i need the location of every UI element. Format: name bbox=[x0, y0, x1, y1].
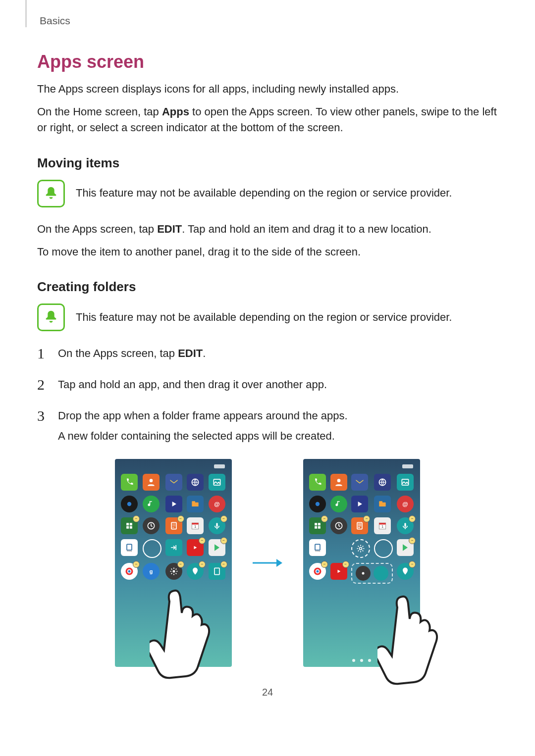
svg-text:@: @ bbox=[214, 501, 219, 507]
share-folder-icon bbox=[374, 566, 388, 581]
step-1: On the Apps screen, tap EDIT. bbox=[37, 345, 498, 365]
files-app-icon bbox=[187, 496, 204, 512]
theme-app-icon bbox=[374, 539, 393, 558]
email-app-icon: @ bbox=[397, 496, 414, 512]
svg-point-3 bbox=[127, 502, 131, 506]
step1-bold: EDIT bbox=[178, 347, 203, 359]
note-creating-folders: This feature may not be available depend… bbox=[37, 303, 498, 331]
moving-p1-post: . Tap and hold an item and drag it to a … bbox=[182, 223, 431, 235]
music-app-icon bbox=[330, 496, 347, 512]
notes-app-icon: − bbox=[351, 517, 368, 534]
google-app-icon: g bbox=[143, 563, 160, 580]
phone-app-icon bbox=[121, 474, 138, 491]
page-number: 24 bbox=[37, 687, 498, 698]
playstore-app-icon: − bbox=[209, 539, 225, 556]
share-app-icon bbox=[165, 539, 182, 556]
notes-app-icon: − bbox=[165, 517, 182, 534]
svg-rect-35 bbox=[315, 545, 320, 551]
svg-rect-27 bbox=[379, 502, 383, 503]
svg-point-0 bbox=[149, 479, 153, 483]
step3-text: Drop the app when a folder frame appears… bbox=[58, 407, 498, 424]
camera-app-icon bbox=[309, 496, 326, 512]
svg-text:Galaxy: Galaxy bbox=[127, 551, 132, 553]
youtube-app-icon: − bbox=[187, 539, 204, 556]
globe-app-icon bbox=[187, 474, 204, 491]
svg-text:1: 1 bbox=[381, 525, 383, 529]
docs-app-icon: − bbox=[209, 563, 225, 580]
note-text-creating: This feature may not be available depend… bbox=[76, 310, 452, 325]
svg-rect-24 bbox=[402, 480, 409, 486]
note-text-moving: This feature may not be available depend… bbox=[76, 186, 452, 201]
maps-app-icon: − bbox=[187, 563, 204, 580]
step-2: Tap and hold an app, and then drag it ov… bbox=[37, 376, 498, 397]
chrome-app-icon: − bbox=[309, 563, 326, 580]
settings-app-icon: − bbox=[165, 563, 182, 580]
gallery-app-icon bbox=[209, 474, 225, 491]
svg-point-22 bbox=[337, 479, 340, 483]
svg-point-25 bbox=[316, 502, 320, 506]
subheading-creating-folders: Creating folders bbox=[37, 279, 498, 295]
svg-rect-26 bbox=[379, 503, 386, 506]
hand-drag-icon bbox=[150, 582, 229, 681]
phone-after: @ − − 1 − Galaxy − − − − bbox=[303, 459, 420, 667]
galaxy-app-icon: Galaxy bbox=[309, 539, 326, 556]
maps-app-icon: − bbox=[397, 563, 414, 580]
calculator-app-icon: − bbox=[309, 517, 326, 534]
page-indicator-dots bbox=[303, 659, 420, 662]
moving-p1-bold: EDIT bbox=[157, 223, 182, 235]
clock-app-icon bbox=[330, 517, 347, 534]
phone-app-icon bbox=[309, 474, 326, 491]
intro2-pre: On the Home screen, tap bbox=[37, 105, 162, 118]
chrome-app-icon: − bbox=[121, 563, 138, 580]
contacts-app-icon bbox=[330, 474, 347, 491]
svg-text:1: 1 bbox=[194, 525, 196, 529]
svg-rect-12 bbox=[216, 523, 217, 527]
phone-before: @ − − 1 − Galaxy − − − g − − − bbox=[115, 459, 232, 667]
svg-point-41 bbox=[362, 572, 365, 575]
svg-text:g: g bbox=[149, 569, 153, 575]
hand-drop-icon bbox=[377, 588, 457, 687]
calendar-app-icon: 1 bbox=[374, 517, 391, 534]
svg-rect-13 bbox=[127, 545, 132, 551]
folder-frame bbox=[351, 563, 393, 584]
files-app-icon bbox=[374, 496, 391, 512]
settings-outline-icon bbox=[351, 539, 370, 558]
illustration-figures: @ − − 1 − Galaxy − − − g − − − bbox=[37, 459, 498, 667]
settings-app-icon bbox=[356, 566, 371, 581]
bell-icon bbox=[37, 303, 65, 331]
email-app-icon: @ bbox=[209, 496, 225, 512]
svg-text:Galaxy: Galaxy bbox=[315, 551, 321, 553]
intro2-bold: Apps bbox=[162, 105, 189, 118]
intro-paragraph-2: On the Home screen, tap Apps to open the… bbox=[37, 104, 498, 136]
svg-rect-5 bbox=[192, 502, 195, 503]
galaxy-app-icon: Galaxy bbox=[121, 539, 138, 556]
camera-app-icon bbox=[121, 496, 138, 512]
svg-text:@: @ bbox=[403, 501, 408, 507]
svg-rect-34 bbox=[405, 523, 406, 527]
voice-app-icon: − bbox=[209, 517, 225, 534]
theme-app-icon bbox=[143, 539, 161, 558]
svg-rect-2 bbox=[214, 480, 220, 486]
empty-slot bbox=[330, 539, 348, 558]
globe-app-icon bbox=[374, 474, 391, 491]
header-category: Basics bbox=[40, 15, 498, 27]
music-app-icon bbox=[143, 496, 160, 512]
voice-app-icon: − bbox=[397, 517, 414, 534]
arrow-right-icon bbox=[252, 557, 283, 569]
youtube-app-icon: − bbox=[330, 563, 347, 580]
calendar-app-icon: 1 bbox=[187, 517, 204, 534]
svg-point-19 bbox=[172, 570, 175, 573]
note-moving-items: This feature may not be available depend… bbox=[37, 180, 498, 207]
moving-p2: To move the item to another panel, drag … bbox=[37, 244, 498, 260]
bell-icon bbox=[37, 180, 65, 207]
subheading-moving-items: Moving items bbox=[37, 155, 498, 171]
mail-app-icon bbox=[351, 474, 368, 491]
moving-p1: On the Apps screen, tap EDIT. Tap and ho… bbox=[37, 221, 498, 237]
step-3: Drop the app when a folder frame appears… bbox=[37, 407, 498, 448]
svg-point-17 bbox=[128, 570, 131, 573]
step1-post: . bbox=[203, 347, 206, 359]
intro-paragraph-1: The Apps screen displays icons for all a… bbox=[37, 81, 498, 97]
calculator-app-icon: − bbox=[121, 517, 138, 534]
section-title-apps-screen: Apps screen bbox=[37, 51, 498, 72]
step2-text: Tap and hold an app, and then drag it ov… bbox=[58, 376, 498, 393]
